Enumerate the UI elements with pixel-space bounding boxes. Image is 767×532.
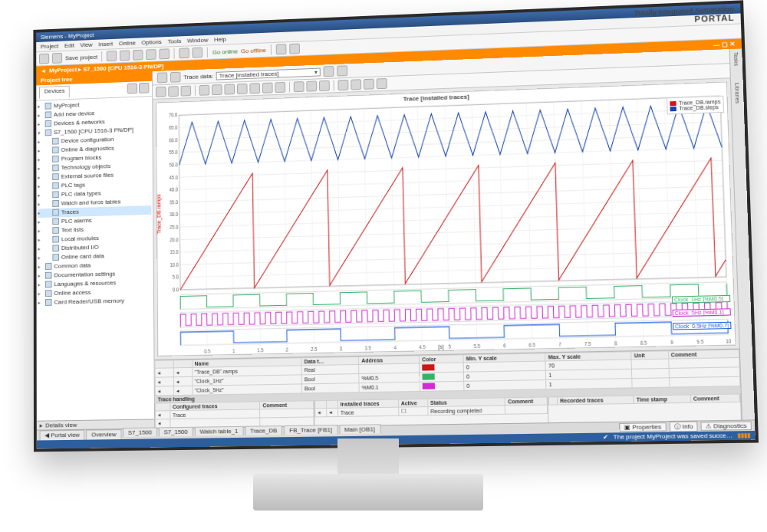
- editor-tab[interactable]: Watch table_1: [195, 426, 244, 436]
- layout2-icon[interactable]: [351, 79, 361, 90]
- zoom-in-icon[interactable]: [199, 85, 210, 96]
- redo-icon[interactable]: [160, 48, 170, 59]
- fwd-icon[interactable]: [170, 72, 181, 83]
- devices-tab[interactable]: Devices: [39, 86, 70, 99]
- svg-line-18: [179, 160, 723, 177]
- svg-line-12: [179, 199, 723, 215]
- svg-text:5.0: 5.0: [173, 274, 179, 280]
- svg-line-34: [311, 110, 314, 346]
- svg-line-14: [179, 186, 723, 202]
- properties-button[interactable]: ▣ Properties: [619, 422, 666, 432]
- svg-text:10.0: 10.0: [170, 261, 179, 267]
- layout3-icon[interactable]: [364, 79, 374, 90]
- play-icon[interactable]: [181, 86, 192, 97]
- svg-text:70.0: 70.0: [169, 112, 178, 117]
- svg-line-37: [390, 107, 395, 344]
- svg-line-47: [664, 98, 672, 339]
- zoom-y-icon[interactable]: [249, 83, 260, 94]
- cursor-icon[interactable]: [294, 81, 304, 92]
- cut-icon[interactable]: [107, 51, 117, 61]
- go-online-button[interactable]: Go online: [212, 48, 238, 55]
- tree-toolbar[interactable]: [127, 83, 149, 96]
- svg-line-4: [180, 251, 726, 264]
- svg-text:4: 4: [393, 344, 397, 350]
- menu-insert[interactable]: Insert: [98, 41, 113, 48]
- svg-text:8.5: 8.5: [640, 340, 647, 346]
- collapse-icon[interactable]: [139, 83, 149, 94]
- editor-tab[interactable]: S7_1500: [159, 427, 193, 437]
- back-icon[interactable]: [157, 72, 168, 83]
- project-tree[interactable]: MyProjectAdd new deviceDevices & network…: [36, 97, 154, 421]
- svg-line-41: [499, 103, 505, 342]
- editor-window-controls[interactable]: — ▢ ✕: [713, 41, 736, 48]
- overview-tab[interactable]: Overview: [86, 429, 121, 440]
- pan-icon[interactable]: [262, 83, 273, 94]
- config-icon[interactable]: [337, 65, 347, 76]
- status-message: The project MyProject was saved succe…: [613, 432, 732, 440]
- svg-text:1: 1: [232, 348, 235, 353]
- editor-tab[interactable]: Main [OB1]: [339, 424, 380, 434]
- menu-tools[interactable]: Tools: [167, 38, 181, 44]
- svg-text:9.5: 9.5: [696, 339, 704, 345]
- svg-text:8: 8: [614, 340, 617, 346]
- download-icon[interactable]: [179, 48, 190, 58]
- editor-tab[interactable]: S7_1500: [123, 427, 157, 437]
- svg-line-42: [526, 103, 532, 342]
- menu-project[interactable]: Project: [41, 43, 58, 51]
- zoom-fit-icon[interactable]: [224, 84, 235, 94]
- editor-tab[interactable]: FB_Trace [FB1]: [284, 425, 337, 435]
- portal-view-tab[interactable]: ◀ Portal view: [40, 430, 85, 441]
- trace-select[interactable]: Trace [installed traces]: [216, 67, 321, 80]
- zoom-x-icon[interactable]: [237, 84, 248, 94]
- stop-icon[interactable]: [168, 86, 179, 97]
- menu-edit[interactable]: Edit: [64, 42, 74, 49]
- upload-icon[interactable]: [193, 48, 203, 58]
- paste-icon[interactable]: [133, 50, 143, 61]
- menu-options[interactable]: Options: [141, 38, 161, 46]
- libraries-tab[interactable]: Libraries: [734, 83, 740, 103]
- grid-icon[interactable]: [306, 80, 317, 91]
- svg-text:20.0: 20.0: [170, 237, 179, 242]
- menu-window[interactable]: Window: [187, 37, 208, 44]
- undo-icon[interactable]: [146, 49, 156, 60]
- expand-icon[interactable]: [127, 83, 137, 94]
- svg-rect-51: [180, 282, 727, 310]
- svg-text:65.0: 65.0: [169, 125, 178, 130]
- menu-view[interactable]: View: [80, 41, 92, 48]
- zoom-out-icon[interactable]: [212, 84, 222, 95]
- export-icon[interactable]: [319, 80, 330, 91]
- layout1-icon[interactable]: [337, 80, 348, 90]
- menu-help[interactable]: Help: [214, 36, 226, 43]
- menu-online[interactable]: Online: [119, 40, 136, 48]
- refresh-icon[interactable]: [324, 66, 334, 77]
- sidebar-collapse-icon[interactable]: ◂: [42, 67, 45, 74]
- copy-icon[interactable]: [120, 50, 130, 61]
- svg-text:3.5: 3.5: [364, 345, 371, 350]
- svg-text:1.5: 1.5: [257, 347, 264, 353]
- ruler-icon[interactable]: [275, 82, 285, 93]
- tree-item[interactable]: Card Reader/USB memory: [38, 296, 152, 307]
- svg-line-8: [180, 225, 725, 239]
- go-offline-button[interactable]: Go offline: [241, 47, 266, 54]
- svg-text:2: 2: [286, 346, 289, 352]
- chart-canvas[interactable]: 0.05.010.015.020.025.030.035.040.045.050…: [156, 93, 735, 356]
- layout4-icon[interactable]: [377, 78, 387, 89]
- diagnostics-button[interactable]: ⚠ Diagnostics: [701, 422, 752, 431]
- save-button[interactable]: Save project: [65, 54, 97, 61]
- record-icon[interactable]: [156, 87, 166, 97]
- configured-traces-table[interactable]: Configured tracesComment ◂Trace◂: [155, 400, 314, 428]
- svg-line-16: [179, 173, 723, 190]
- info-button[interactable]: ⓘ Info: [670, 422, 699, 432]
- new-icon[interactable]: [39, 54, 49, 64]
- svg-text:25.0: 25.0: [170, 224, 179, 229]
- installed-traces-table[interactable]: Installed tracesActiveStatusComment ◂◂Tr…: [314, 396, 548, 417]
- open-icon[interactable]: [52, 53, 62, 64]
- svg-text:0.0: 0.0: [173, 287, 179, 292]
- svg-line-31: [232, 113, 234, 348]
- cross-ref-icon[interactable]: [289, 44, 300, 54]
- editor-tab[interactable]: Trace_DB: [245, 425, 282, 435]
- tasks-tab[interactable]: Tasks: [733, 52, 739, 66]
- search-icon[interactable]: [276, 44, 287, 54]
- svg-text:50.0: 50.0: [169, 162, 178, 167]
- svg-line-6: [180, 238, 726, 252]
